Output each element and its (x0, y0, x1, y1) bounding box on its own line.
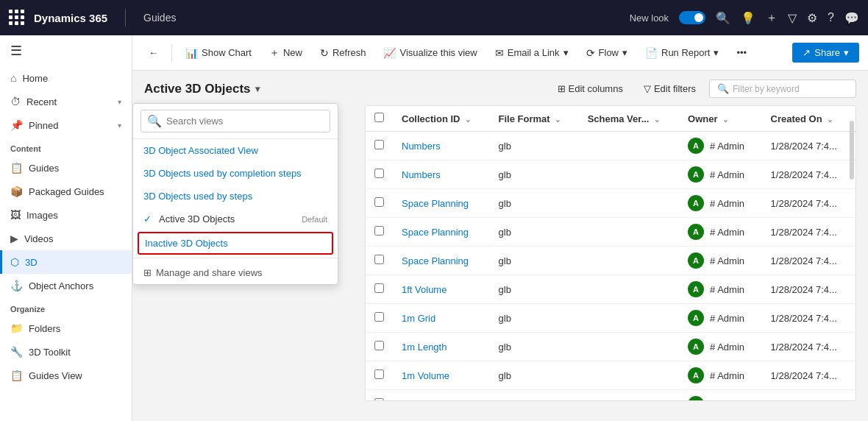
collection-id-link[interactable]: 1m Volume (402, 370, 449, 381)
row-checkbox-cell[interactable] (366, 218, 393, 247)
row-checkbox[interactable] (374, 312, 384, 322)
row-checkbox[interactable] (374, 369, 384, 379)
collection-id-link[interactable]: 2 (402, 399, 407, 402)
dropdown-item-inactive[interactable]: Inactive 3D Objects (138, 232, 333, 255)
sidebar-item-3d[interactable]: ⬡ 3D (0, 250, 132, 274)
collection-id-header[interactable]: Collection ID ⌄ (393, 106, 490, 132)
collection-id-link[interactable]: 1m Grid (402, 313, 435, 324)
visualize-button[interactable]: 📈 Visualize this view (376, 43, 484, 63)
owner-cell: A # Admin (679, 333, 762, 361)
hamburger-menu[interactable]: ☰ (0, 35, 132, 66)
more-button[interactable]: ••• (729, 43, 754, 62)
table-row: Space Planning glb A # Admin 1/28/2024 7… (366, 247, 855, 275)
app-name[interactable]: Guides (135, 12, 176, 24)
sidebar-item-pinned[interactable]: 📌 Pinned ▾ (0, 113, 132, 137)
add-icon[interactable]: ＋ (766, 10, 778, 26)
row-checkbox-cell[interactable] (366, 390, 393, 402)
row-checkbox[interactable] (374, 255, 384, 264)
messages-icon[interactable]: 💬 (844, 11, 859, 25)
sidebar: ☰ ⌂ Home ⏱ Recent ▾ 📌 Pinned ▾ Content 📋… (0, 35, 132, 421)
owner-name: # Admin (710, 399, 744, 402)
dropdown-item-associated[interactable]: 3D Object Associated View (133, 139, 338, 162)
owner-cell: A # Admin (679, 247, 762, 275)
refresh-button[interactable]: ↻ Refresh (313, 43, 374, 63)
sidebar-item-object-anchors[interactable]: ⚓ Object Anchors (0, 274, 132, 297)
collection-id-link[interactable]: Space Planning (402, 255, 469, 266)
collection-id-link[interactable]: Space Planning (402, 227, 469, 238)
sidebar-item-folders[interactable]: 📁 Folders (0, 316, 132, 340)
chart-icon: 📊 (185, 47, 198, 59)
file-format-header[interactable]: File Format ⌄ (490, 106, 579, 132)
row-checkbox-cell[interactable] (366, 189, 393, 218)
row-checkbox[interactable] (374, 140, 384, 149)
search-views-input[interactable] (166, 116, 324, 127)
new-button[interactable]: ＋ New (262, 43, 310, 63)
view-title[interactable]: Active 3D Objects ▾ (144, 82, 260, 96)
collection-id-link[interactable]: Numbers (402, 141, 441, 152)
row-checkbox[interactable] (374, 169, 384, 178)
collection-id-link[interactable]: 1ft Volume (402, 284, 447, 295)
edit-columns-button[interactable]: ⊞ Edit columns (550, 80, 630, 97)
select-all-header[interactable] (366, 106, 393, 132)
back-button[interactable]: ← (141, 43, 166, 62)
search-views-field[interactable]: 🔍 (140, 110, 330, 132)
owner-header[interactable]: Owner ⌄ (679, 106, 762, 132)
lightbulb-icon[interactable]: 💡 (741, 11, 755, 25)
brand-name[interactable]: Dynamics 365 (34, 12, 116, 24)
main-layout: ☰ ⌂ Home ⏱ Recent ▾ 📌 Pinned ▾ Content 📋… (0, 35, 868, 421)
row-checkbox[interactable] (374, 398, 384, 401)
collection-id-link[interactable]: Numbers (402, 169, 441, 180)
row-checkbox[interactable] (374, 283, 384, 293)
filter-by-keyword[interactable]: 🔍 Filter by keyword (709, 79, 856, 98)
search-icon[interactable]: 🔍 (716, 11, 730, 25)
sidebar-item-home[interactable]: ⌂ Home (0, 66, 132, 90)
manage-views-button[interactable]: ⊞ Manage and share views (133, 261, 338, 284)
edit-filters-button[interactable]: ▽ Edit filters (636, 80, 703, 97)
row-checkbox[interactable] (374, 197, 384, 207)
row-checkbox-cell[interactable] (366, 333, 393, 361)
email-link-button[interactable]: ✉ Email a Link ▾ (488, 43, 576, 63)
created-on-header[interactable]: Created On ⌄ (762, 106, 855, 132)
dropdown-item-steps[interactable]: 3D Objects used by steps (133, 185, 338, 208)
avatar: A (688, 195, 704, 211)
sidebar-item-recent[interactable]: ⏱ Recent ▾ (0, 90, 132, 113)
sidebar-item-3d-toolkit[interactable]: 🔧 3D Toolkit (0, 340, 132, 364)
row-checkbox-cell[interactable] (366, 361, 393, 390)
settings-icon[interactable]: ⚙ (807, 11, 817, 25)
new-look-toggle[interactable] (679, 11, 705, 24)
row-checkbox-cell[interactable] (366, 160, 393, 189)
created-on-cell: 1/28/2024 7:4... (762, 132, 855, 160)
sidebar-item-guides[interactable]: 📋 Guides (0, 156, 132, 180)
help-icon[interactable]: ? (828, 11, 834, 24)
filter-icon[interactable]: ▽ (788, 11, 797, 25)
collection-id-link[interactable]: Space Planning (402, 198, 469, 209)
schema-ver-cell (579, 390, 679, 402)
show-chart-button[interactable]: 📊 Show Chart (178, 43, 259, 63)
schema-ver-header[interactable]: Schema Ver... ⌄ (579, 106, 679, 132)
flow-button[interactable]: ⟳ Flow ▾ (579, 43, 635, 63)
select-all-checkbox[interactable] (374, 113, 384, 122)
collection-id-link[interactable]: 1m Length (402, 342, 447, 353)
row-checkbox-cell[interactable] (366, 275, 393, 304)
row-checkbox-cell[interactable] (366, 304, 393, 333)
collection-id-cell: Numbers (393, 132, 490, 160)
dropdown-item-active[interactable]: Active 3D Objects Default (133, 208, 338, 230)
row-checkbox[interactable] (374, 341, 384, 350)
sidebar-item-packaged-guides[interactable]: 📦 Packaged Guides (0, 180, 132, 203)
scrollbar[interactable] (850, 121, 854, 180)
schema-ver-cell (579, 275, 679, 304)
row-checkbox-cell[interactable] (366, 247, 393, 275)
waffle-menu[interactable] (9, 10, 25, 26)
row-checkbox[interactable] (374, 226, 384, 236)
share-button[interactable]: ↗ Share ▾ (792, 43, 859, 63)
sidebar-item-guides-view[interactable]: 📋 Guides View (0, 364, 132, 387)
sidebar-item-images[interactable]: 🖼 Images (0, 203, 132, 227)
sidebar-item-videos[interactable]: ▶ Videos (0, 227, 132, 250)
dropdown-item-completion[interactable]: 3D Objects used by completion steps (133, 162, 338, 185)
data-table: Collection ID ⌄ File Format ⌄ Schema Ver… (366, 106, 855, 401)
collection-id-cell: Space Planning (393, 189, 490, 218)
file-format-cell: glb (490, 390, 579, 402)
columns-icon: ⊞ (558, 83, 566, 94)
run-report-button[interactable]: 📄 Run Report ▾ (638, 43, 726, 63)
row-checkbox-cell[interactable] (366, 132, 393, 160)
